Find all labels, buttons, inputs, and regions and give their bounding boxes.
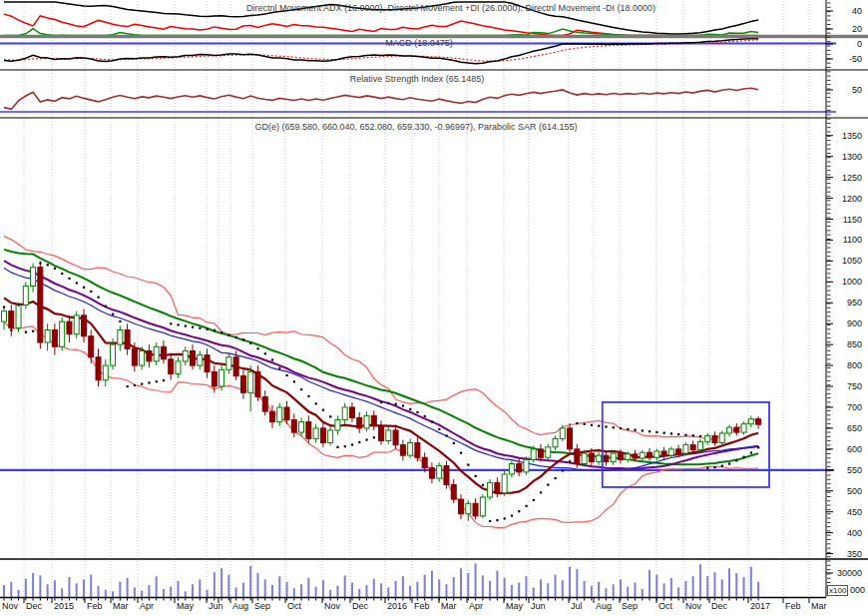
candle-body — [45, 329, 50, 342]
psar-dot — [467, 464, 469, 466]
psar-dot — [684, 434, 686, 436]
candle-body — [459, 499, 464, 514]
candle-body — [429, 468, 434, 478]
psar-dot — [119, 320, 121, 322]
psar-dot — [25, 331, 27, 333]
candle-body — [633, 454, 638, 458]
candle-body — [553, 438, 558, 446]
x-axis-label: Dec — [26, 601, 42, 611]
psar-dot — [562, 469, 564, 471]
x-axis-label: Dec — [352, 601, 368, 611]
candle-body — [480, 497, 485, 516]
candle-body — [154, 346, 159, 361]
candle-body — [2, 311, 7, 321]
candle-body — [415, 443, 420, 458]
psar-dot — [699, 435, 701, 437]
psar-dot — [706, 467, 708, 469]
psar-dot — [750, 451, 752, 453]
chart-canvas[interactable] — [0, 0, 868, 616]
candle-body — [103, 365, 108, 380]
psar-dot — [489, 520, 491, 522]
psar-dot — [438, 428, 440, 430]
candle-body — [437, 466, 442, 479]
candle-body — [524, 459, 529, 472]
psar-dot — [271, 358, 273, 360]
candle-body — [140, 350, 145, 365]
candle-body — [299, 422, 304, 432]
price-axis-label: 950 — [832, 298, 862, 308]
psar-dot — [148, 381, 150, 383]
psar-dot — [358, 441, 360, 443]
x-axis-label: Apr — [469, 601, 483, 611]
psar-dot — [431, 420, 433, 422]
psar-dot — [105, 306, 107, 308]
candle-body — [183, 350, 188, 360]
psar-dot — [496, 519, 498, 521]
price-axis-label: 400 — [832, 528, 862, 538]
x-axis-label: 2017 — [750, 601, 770, 611]
psar-dot — [504, 517, 506, 519]
psar-dot — [605, 425, 607, 427]
psar-dot — [576, 422, 578, 424]
volume-axis-label: 30000 — [832, 568, 862, 578]
candle-body — [517, 464, 522, 472]
candle-body — [16, 305, 21, 327]
x-axis-label: Aug — [596, 601, 612, 611]
candle-body — [125, 329, 130, 348]
psar-dot — [649, 430, 651, 432]
psar-dot — [220, 331, 222, 333]
candle-body — [575, 449, 580, 464]
psar-dot — [460, 452, 462, 454]
psar-dot — [329, 415, 331, 417]
psar-dot — [555, 477, 557, 479]
candle-body — [393, 430, 398, 445]
psar-dot — [141, 383, 143, 385]
candle-body — [451, 484, 456, 499]
psar-dot — [482, 484, 484, 486]
psar-dot — [663, 432, 665, 434]
price-axis-label: 1250 — [832, 173, 862, 183]
macd-panel-title: MACD (18.0475) — [385, 38, 453, 48]
x-axis-label: May — [177, 601, 194, 611]
psar-dot — [677, 433, 679, 435]
price-axis-label: 450 — [832, 507, 862, 517]
psar-dot — [156, 380, 158, 382]
candle-body — [23, 287, 28, 306]
candle-body — [546, 447, 551, 457]
price-axis-label: 350 — [832, 549, 862, 559]
candle-body — [741, 424, 746, 432]
x-axis-label: Apr — [140, 601, 154, 611]
price-axis-label: 700 — [832, 402, 862, 412]
psar-dot — [620, 427, 622, 429]
psar-dot — [47, 264, 49, 266]
candle-body — [661, 451, 666, 455]
psar-dot — [322, 409, 324, 411]
candle-body — [408, 443, 413, 456]
psar-dot — [112, 313, 114, 315]
dmi-axis-label: 20 — [832, 24, 862, 34]
psar-dot — [380, 401, 382, 403]
psar-dot — [192, 326, 194, 328]
psar-dot — [207, 328, 209, 330]
candle-body — [111, 344, 116, 365]
psar-dot — [627, 428, 629, 430]
psar-dot — [547, 483, 549, 485]
psar-dot — [395, 403, 397, 405]
psar-dot — [235, 336, 237, 338]
candle-body — [81, 315, 86, 336]
x-axis-label: Nov — [2, 601, 18, 611]
candle-body — [502, 474, 507, 493]
candle-body — [60, 321, 65, 346]
psar-dot — [61, 273, 63, 275]
candle-body — [611, 453, 616, 461]
candle-body — [509, 464, 514, 474]
candle-body — [74, 315, 79, 334]
psar-dot — [366, 438, 368, 440]
psar-dot — [373, 436, 375, 438]
candle-body — [176, 361, 181, 374]
psar-dot — [445, 434, 447, 436]
candle-body — [52, 329, 57, 346]
psar-dot — [721, 465, 723, 467]
psar-dot — [453, 442, 455, 444]
candle-body — [654, 451, 659, 457]
